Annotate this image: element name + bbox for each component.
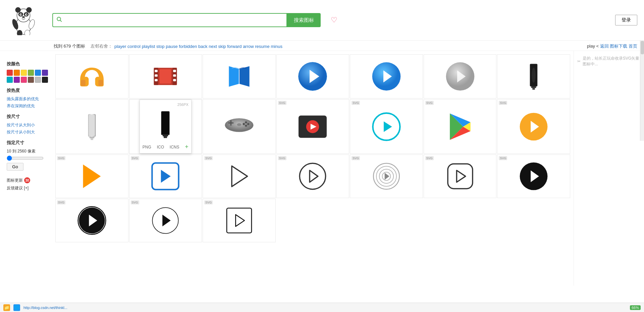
- popup-add-button[interactable]: +: [185, 143, 189, 150]
- color-blue[interactable]: [35, 70, 41, 76]
- svg-marker-72: [161, 170, 171, 183]
- heat-link-popular[interactable]: 抛头露面多的优先: [7, 96, 49, 102]
- related-link-stop[interactable]: stop: [156, 44, 165, 49]
- icon-play-black-circle-border[interactable]: SVG: [55, 199, 128, 242]
- breadcrumb-back[interactable]: 返回: [600, 44, 609, 49]
- related-link-control[interactable]: control: [127, 44, 141, 49]
- svg-badge: SVG: [499, 101, 507, 105]
- icon-play-square-outline[interactable]: SVG: [203, 199, 276, 242]
- icon-play-rounded-sq[interactable]: SVG: [424, 154, 497, 198]
- popup-format-png: PNG: [143, 145, 151, 149]
- color-green[interactable]: [28, 70, 34, 76]
- svg-point-56: [247, 123, 250, 125]
- right-breadcrumb: play < 返回 图标下载 首页: [587, 43, 637, 49]
- icon-play-blue-circle2[interactable]: [350, 54, 423, 99]
- scrollbar-thumb[interactable]: [641, 41, 644, 54]
- icon-play-dark-red[interactable]: SVG: [276, 99, 350, 154]
- svg-rect-81: [448, 164, 473, 189]
- color-cyan[interactable]: [7, 77, 13, 83]
- right-panel: ✂ 是的，站长正玩命收录SVG矢量图标中...: [574, 51, 644, 286]
- update-badge[interactable]: 图标更新 30: [7, 177, 49, 183]
- icon-play-teal[interactable]: SVG: [350, 99, 423, 154]
- icon-play-waves[interactable]: SVG: [350, 154, 423, 198]
- result-count: 找到 679 个图标: [54, 43, 85, 49]
- svg-point-55: [243, 123, 245, 125]
- icon-play-gray[interactable]: [424, 54, 497, 99]
- size-link-desc[interactable]: 按尺寸从大到小: [7, 122, 49, 128]
- search-icon: [56, 16, 62, 24]
- related-link-playlist[interactable]: playlist: [142, 44, 155, 49]
- svg-marker-75: [310, 170, 318, 182]
- color-gray[interactable]: [35, 77, 41, 83]
- svg-point-74: [300, 163, 326, 189]
- heat-section-title: 按热度: [7, 87, 49, 93]
- breadcrumb-query: play <: [587, 44, 599, 49]
- svg-badge: SVG: [425, 156, 434, 160]
- scissors-icon: ✂: [577, 59, 581, 64]
- size-slider[interactable]: [7, 155, 44, 161]
- icon-play-gold[interactable]: SVG: [497, 99, 570, 154]
- logo-area: [7, 3, 47, 37]
- related-link-back[interactable]: back: [198, 44, 207, 49]
- related-links: player control playlist stop pause forbi…: [114, 44, 282, 49]
- color-yellow[interactable]: [21, 70, 27, 76]
- panda-logo-icon: [8, 5, 39, 35]
- icon-play-blue-sq[interactable]: SVG: [129, 154, 202, 198]
- color-orange[interactable]: [14, 70, 20, 76]
- search-button[interactable]: 搜索图标: [287, 13, 321, 27]
- svg-line-16: [60, 20, 62, 21]
- color-pink[interactable]: [21, 77, 27, 83]
- icon-ps3-popup[interactable]: 256PX PNG ICO ICNS +: [129, 99, 202, 154]
- icon-play-black-circle[interactable]: SVG: [497, 154, 570, 198]
- icon-ps3-black[interactable]: [497, 54, 570, 99]
- icon-play-outline-thin[interactable]: SVG: [203, 154, 276, 198]
- custom-size-title: 指定尺寸: [7, 140, 49, 146]
- related-link-skip[interactable]: skip: [218, 44, 226, 49]
- icon-headphones[interactable]: [55, 54, 128, 99]
- heat-link-hidden[interactable]: 养在深闺的优先: [7, 103, 49, 109]
- related-link-player[interactable]: player: [114, 44, 126, 49]
- color-violet[interactable]: [14, 77, 20, 83]
- svg-badge: SVG: [278, 156, 286, 160]
- related-link-pause[interactable]: pause: [166, 44, 177, 49]
- color-red[interactable]: [7, 70, 13, 76]
- size-link-asc[interactable]: 按尺寸从小到大: [7, 129, 49, 135]
- icon-play-circle-thin[interactable]: SVG: [129, 199, 202, 242]
- icon-grid: 256PX PNG ICO ICNS +: [55, 54, 570, 242]
- go-button[interactable]: Go: [7, 163, 23, 171]
- related-link-forbidden[interactable]: forbidden: [179, 44, 197, 49]
- related-link-forward[interactable]: forward: [227, 44, 241, 49]
- svg-marker-91: [235, 214, 244, 226]
- svg-point-3: [26, 7, 32, 13]
- color-purple[interactable]: [42, 70, 48, 76]
- search-input[interactable]: play: [65, 17, 283, 23]
- svg-point-54: [245, 121, 247, 124]
- sidebar: 按颜色 按热度 抛头露面多的优先 养在深闺的优先 按尺寸 按尺寸从大到小 按尺寸…: [0, 51, 52, 286]
- scrollbar[interactable]: [640, 40, 644, 141]
- related-link-resume[interactable]: resume: [255, 44, 269, 49]
- icon-ps3-silver[interactable]: [55, 99, 128, 154]
- breadcrumb-home[interactable]: 首页: [629, 44, 637, 49]
- feedback-button[interactable]: 反馈建议 [+]: [7, 185, 29, 191]
- icon-gamepad[interactable]: [203, 99, 276, 154]
- color-brown[interactable]: [28, 77, 34, 83]
- icon-book[interactable]: [203, 54, 276, 99]
- related-link-minus[interactable]: minus: [271, 44, 282, 49]
- icon-play-orange[interactable]: SVG: [55, 154, 128, 198]
- size-section-title: 按尺寸: [7, 114, 49, 120]
- favorites-button[interactable]: ♡: [331, 16, 337, 24]
- icon-play-circle-outline[interactable]: SVG: [276, 154, 350, 198]
- breadcrumb-download[interactable]: 图标下载: [610, 44, 627, 49]
- login-button[interactable]: 登录: [615, 15, 637, 25]
- color-grid: [7, 70, 49, 83]
- color-black[interactable]: [42, 77, 48, 83]
- svg-point-57: [245, 125, 247, 127]
- icon-google-play[interactable]: SVG: [424, 99, 497, 154]
- header: play 搜索图标 ♡ 登录: [0, 0, 644, 41]
- svg-rect-27: [173, 70, 176, 72]
- related-link-next[interactable]: next: [209, 44, 217, 49]
- icon-play-blue-circle[interactable]: [276, 54, 350, 99]
- related-link-arrow[interactable]: arrow: [243, 44, 254, 49]
- svg-badge: SVG: [204, 156, 213, 160]
- icon-film[interactable]: [129, 54, 202, 99]
